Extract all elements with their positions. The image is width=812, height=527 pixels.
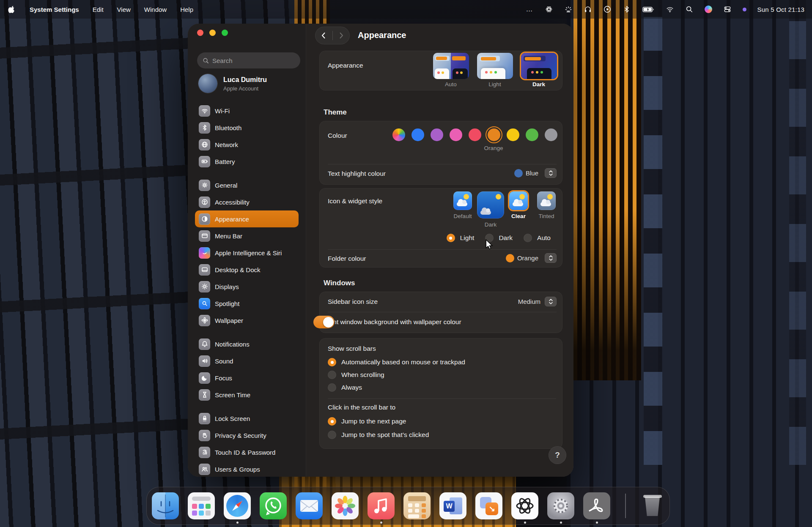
sidebar-item-spotlight[interactable]: Spotlight <box>195 295 299 312</box>
menu-window[interactable]: Window <box>144 6 167 13</box>
sidebar-item-touch-id[interactable]: Touch ID & Password <box>195 444 299 461</box>
tint-toggle[interactable] <box>313 316 335 328</box>
wifi-icon[interactable] <box>666 5 674 14</box>
text-highlight-select[interactable]: Blue <box>514 168 557 178</box>
dock-word-icon[interactable]: W <box>439 492 466 519</box>
forward-button[interactable] <box>333 27 350 44</box>
appearance-option-auto[interactable]: Auto <box>431 53 470 87</box>
icon-style-default[interactable]: Default <box>452 191 474 228</box>
sidebar-item-bluetooth[interactable]: Bluetooth <box>195 119 299 136</box>
colour-swatch-yellow[interactable] <box>507 128 519 141</box>
appearance-option-dark[interactable]: Dark <box>519 53 558 87</box>
scrollbar-radio-when-scrolling[interactable]: When scrolling <box>328 369 562 381</box>
sidebar-item-general[interactable]: General <box>195 177 299 194</box>
playback-icon[interactable] <box>603 5 612 14</box>
sidebar-item-sound[interactable]: Sound <box>195 352 299 369</box>
light-thumbnail <box>477 53 513 79</box>
bluetooth-icon[interactable] <box>623 5 631 14</box>
avatar[interactable] <box>198 74 217 93</box>
colour-swatch-red[interactable] <box>469 128 481 141</box>
siri-icon[interactable] <box>705 5 712 13</box>
dock-safari-icon[interactable] <box>224 492 251 519</box>
colour-swatch-orange[interactable] <box>488 128 500 141</box>
sidebar-item-notifications[interactable]: Notifications <box>195 336 299 352</box>
click-radio-spot-clicked[interactable]: Jump to the spot that’s clicked <box>328 429 562 441</box>
dock-screen-share-icon[interactable]: ↘ <box>475 492 502 519</box>
appearance-option-light[interactable]: Light <box>475 53 514 87</box>
content-pane: Appearance Appearance <box>306 24 573 477</box>
icon-style-tinted[interactable]: Tinted <box>535 191 557 228</box>
close-button[interactable] <box>197 30 203 36</box>
dock-trash-icon[interactable] <box>641 492 664 519</box>
colour-swatch-blue[interactable] <box>411 128 424 141</box>
apple-menu-icon[interactable] <box>8 5 16 14</box>
dock-acrobat-icon[interactable] <box>583 492 610 519</box>
hourglass-icon <box>199 389 210 401</box>
dock-launchpad-icon[interactable] <box>188 492 215 519</box>
mode-radio-light[interactable]: Light <box>447 232 475 244</box>
colour-swatch-multicolour[interactable] <box>392 128 405 141</box>
menu-view[interactable]: View <box>117 6 131 13</box>
icon-style-dark[interactable]: Dark <box>480 191 502 228</box>
search-icon[interactable] <box>685 5 694 14</box>
sidebar-item-screen-time[interactable]: Screen Time <box>195 386 299 403</box>
sidebar-item-menu-bar[interactable]: Menu Bar <box>195 227 299 244</box>
icon-style-clear[interactable]: Clear <box>508 191 529 228</box>
sidebar-item-label: Wallpaper <box>215 317 243 324</box>
search-input[interactable]: Search <box>197 52 300 68</box>
menu-help[interactable]: Help <box>180 6 193 13</box>
sidebar-item-privacy-security[interactable]: Privacy & Security <box>195 427 299 444</box>
dock-whatsapp-icon[interactable] <box>260 492 287 519</box>
sidebar-item-appearance[interactable]: Appearance <box>195 210 299 227</box>
sidebar-item-desktop-dock[interactable]: Desktop & Dock <box>195 261 299 278</box>
control-center-icon[interactable] <box>723 5 732 14</box>
dock-mail-icon[interactable] <box>296 492 323 519</box>
menu-edit[interactable]: Edit <box>93 6 104 13</box>
menu-bar-clock[interactable]: Sun 5 Oct 21:13 <box>757 6 804 13</box>
dock-calculator-icon[interactable] <box>403 492 431 519</box>
lamp-icon[interactable] <box>564 5 573 14</box>
colour-swatch-purple[interactable] <box>431 128 443 141</box>
sidebar-item-wifi[interactable]: Wi-Fi <box>195 102 299 119</box>
sidebar-item-lock-screen[interactable]: Lock Screen <box>195 410 299 427</box>
scrollbar-radio-always[interactable]: Always <box>328 381 562 394</box>
dock-system-settings-icon[interactable] <box>547 492 574 519</box>
scrollbar-radio-auto[interactable]: Automatically based on mouse or trackpad <box>328 356 562 369</box>
folder-colour-select[interactable]: Orange <box>506 253 557 263</box>
sidebar-item-users-groups[interactable]: Users & Groups <box>195 461 299 477</box>
sidebar-item-focus[interactable]: Focus <box>195 369 299 386</box>
headphones-icon[interactable] <box>584 5 592 14</box>
menu-app-name[interactable]: System Settings <box>30 6 79 13</box>
sidebar-item-battery[interactable]: Battery <box>195 153 299 170</box>
dock-finder-icon[interactable] <box>152 492 179 519</box>
text-highlight-label: Text highlight colour <box>328 170 386 177</box>
sidebar-item-apple-intelligence[interactable]: Apple Intelligence & Siri <box>195 244 299 261</box>
more-status-icon[interactable]: … <box>525 5 534 14</box>
battery-icon[interactable] <box>642 5 655 14</box>
colour-swatch-grey[interactable] <box>545 128 557 141</box>
sidebar-item-label: Wi-Fi <box>215 107 230 115</box>
account-name[interactable]: Luca Dumitru <box>223 76 267 84</box>
click-radio-next-page[interactable]: Jump to the next page <box>328 415 562 428</box>
sidebar-item-label: Network <box>215 141 238 148</box>
sidebar-icon-size-select[interactable]: Medium <box>518 297 557 306</box>
weather-icon <box>477 191 504 218</box>
clear-label: Clear <box>511 213 526 219</box>
colour-swatch-green[interactable] <box>526 128 538 141</box>
help-button[interactable]: ? <box>549 446 566 464</box>
back-button[interactable] <box>315 27 332 44</box>
dock-music-icon[interactable] <box>368 492 395 519</box>
sidebar-item-displays[interactable]: Displays <box>195 278 299 295</box>
sidebar-item-wallpaper[interactable]: Wallpaper <box>195 312 299 329</box>
colour-swatch-pink[interactable] <box>450 128 462 141</box>
focus-mode-dot[interactable] <box>743 8 746 11</box>
mode-radio-auto[interactable]: Auto <box>524 232 551 244</box>
dock-chatgpt-icon[interactable] <box>511 492 538 519</box>
minimize-button[interactable] <box>209 30 216 36</box>
zoom-button[interactable] <box>222 30 228 36</box>
sidebar-item-network[interactable]: Network <box>195 136 299 153</box>
system-settings-window: Search Luca Dumitru Apple Account Wi-Fi … <box>188 24 573 477</box>
dock-photos-icon[interactable] <box>332 492 359 519</box>
sidebar-item-accessibility[interactable]: Accessibility <box>195 194 299 210</box>
openai-icon[interactable] <box>545 5 553 14</box>
